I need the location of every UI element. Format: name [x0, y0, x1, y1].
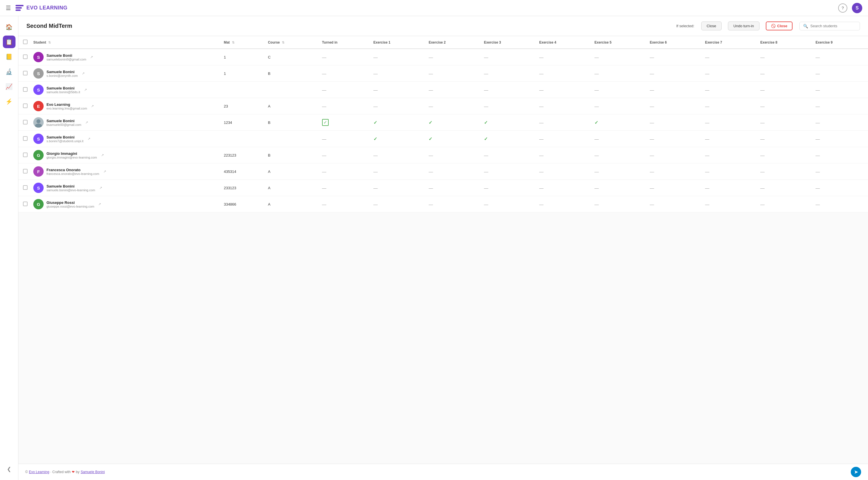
- row-checkbox[interactable]: [23, 55, 28, 59]
- row-checkbox[interactable]: [23, 104, 28, 108]
- cell-dash: —: [322, 169, 327, 174]
- row-checkbox[interactable]: [23, 136, 28, 141]
- close-red-button[interactable]: 🚫 Close: [766, 22, 793, 30]
- sidebar-item-trends[interactable]: 📈: [3, 80, 16, 93]
- sidebar-item-home[interactable]: 🏠: [3, 21, 16, 33]
- row-turned-in-cell: —: [319, 49, 371, 65]
- row-course-cell: B: [265, 65, 319, 82]
- sidebar: 🏠 📋 📒 🔬 📈 ⚡ ❮: [0, 16, 19, 480]
- external-link-icon[interactable]: ↗: [82, 71, 85, 75]
- help-button[interactable]: ?: [838, 3, 847, 12]
- cell-dash: —: [539, 185, 544, 191]
- sidebar-collapse-button[interactable]: ❮: [3, 463, 16, 475]
- row-ex9-cell: —: [813, 164, 868, 180]
- col-header-ex4: Exercise 4: [536, 36, 592, 49]
- external-link-icon[interactable]: ↗: [90, 55, 93, 59]
- row-checkbox[interactable]: [23, 71, 28, 75]
- row-ex2-cell: ✓: [426, 114, 481, 131]
- cell-dash: —: [594, 71, 599, 76]
- row-checkbox[interactable]: [23, 87, 28, 92]
- telegram-icon[interactable]: ➤: [851, 467, 861, 477]
- row-ex5-cell: ✓: [592, 114, 647, 131]
- student-name: Francesca Onorato: [46, 168, 99, 172]
- row-ex3-cell: —: [481, 82, 536, 98]
- row-checkbox-cell: [19, 82, 30, 98]
- row-checkbox[interactable]: [23, 202, 28, 206]
- student-email: samuele.bonini@evo-learning.com: [46, 188, 95, 192]
- external-link-icon[interactable]: ↗: [84, 88, 87, 92]
- student-email: samuelebonini9@gmail.com: [46, 58, 86, 61]
- undo-turnin-button[interactable]: Undo turn-in: [728, 22, 760, 30]
- search-box: 🔍: [799, 22, 860, 30]
- cell-dash: —: [815, 55, 820, 60]
- menu-icon[interactable]: ☰: [6, 5, 11, 11]
- row-mat-cell: 435314: [221, 164, 265, 180]
- sidebar-item-assignments[interactable]: 📋: [3, 36, 16, 48]
- row-checkbox[interactable]: [23, 152, 28, 157]
- row-checkbox-cell: [19, 65, 30, 82]
- row-ex3-cell: —: [481, 98, 536, 114]
- row-student-cell: F Francesca Onorato francesca.onorato@ev…: [30, 164, 221, 180]
- cell-dash: —: [429, 104, 433, 109]
- external-link-icon[interactable]: ↗: [101, 153, 104, 157]
- table-body: S Samuele Bonii samuelebonini9@gmail.com…: [19, 49, 868, 212]
- external-link-icon[interactable]: ↗: [98, 202, 101, 206]
- author-link[interactable]: Samuele Bonini: [81, 470, 105, 474]
- row-ex1-cell: —: [371, 65, 426, 82]
- cell-dash: —: [594, 104, 599, 109]
- student-filter-icon[interactable]: ⇅: [48, 41, 51, 44]
- table-container[interactable]: Student ⇅ Mat ⇅ Course ⇅ Turned in Exerc…: [19, 36, 868, 464]
- cell-dash: —: [539, 55, 544, 60]
- row-student-cell: Samuele Bonini bsamuele00@gmail.com ↗: [30, 114, 221, 131]
- cell-dash: —: [705, 120, 709, 125]
- row-checkbox[interactable]: [23, 120, 28, 125]
- sidebar-item-analytics[interactable]: 🔬: [3, 65, 16, 78]
- cell-dash: —: [373, 202, 378, 207]
- course-filter-icon[interactable]: ⇅: [282, 41, 284, 44]
- cell-dash: —: [594, 185, 599, 191]
- cell-dash: —: [484, 71, 488, 76]
- row-ex9-cell: —: [813, 98, 868, 114]
- select-all-checkbox[interactable]: [23, 40, 28, 44]
- evo-learning-link[interactable]: Evo Learning: [29, 470, 50, 474]
- cell-check: ✓: [429, 120, 432, 125]
- cell-dash: —: [761, 185, 765, 191]
- external-link-icon[interactable]: ↗: [91, 104, 94, 108]
- avatar: E: [33, 101, 43, 111]
- row-turned-in-cell: —: [319, 98, 371, 114]
- cell-dash: —: [705, 202, 709, 207]
- cell-dash: —: [429, 55, 433, 60]
- search-input[interactable]: [810, 24, 856, 28]
- row-course-cell: [265, 131, 319, 147]
- row-ex1-cell: —: [371, 49, 426, 65]
- user-avatar[interactable]: S: [852, 3, 862, 13]
- row-ex2-cell: —: [426, 98, 481, 114]
- sidebar-item-notes[interactable]: 📒: [3, 50, 16, 63]
- external-link-icon[interactable]: ↗: [88, 137, 90, 141]
- external-link-icon[interactable]: ↗: [103, 169, 106, 173]
- student-info: Giorgio Immagini giorgio.immagini@evo-le…: [46, 151, 97, 159]
- row-ex2-cell: —: [426, 164, 481, 180]
- row-ex9-cell: —: [813, 49, 868, 65]
- heart-icon: ❤: [72, 470, 74, 474]
- close-button[interactable]: Close: [701, 22, 722, 30]
- cell-dash: —: [373, 104, 378, 109]
- cell-dash: —: [322, 88, 327, 92]
- cell-dash: —: [594, 153, 599, 158]
- external-link-icon[interactable]: ↗: [85, 121, 88, 125]
- logo[interactable]: EVO LEARNING: [16, 5, 67, 11]
- table-row: S Samuele Bonini s.bonini@zerynth.com ↗ …: [19, 65, 868, 82]
- cell-dash: —: [484, 153, 488, 158]
- row-mat-cell: 23: [221, 98, 265, 114]
- sidebar-item-plugins[interactable]: ⚡: [3, 95, 16, 108]
- row-mat-cell: 233123: [221, 180, 265, 196]
- row-checkbox[interactable]: [23, 185, 28, 190]
- cell-check: ✓: [373, 136, 377, 141]
- row-ex5-cell: —: [592, 180, 647, 196]
- row-turned-in-cell: ✓: [319, 114, 371, 131]
- mat-filter-icon[interactable]: ⇅: [232, 41, 235, 44]
- row-checkbox[interactable]: [23, 169, 28, 173]
- external-link-icon[interactable]: ↗: [99, 186, 102, 190]
- content-area: Second MidTerm If selected: Close Undo t…: [19, 16, 868, 480]
- cell-dash: —: [815, 185, 820, 191]
